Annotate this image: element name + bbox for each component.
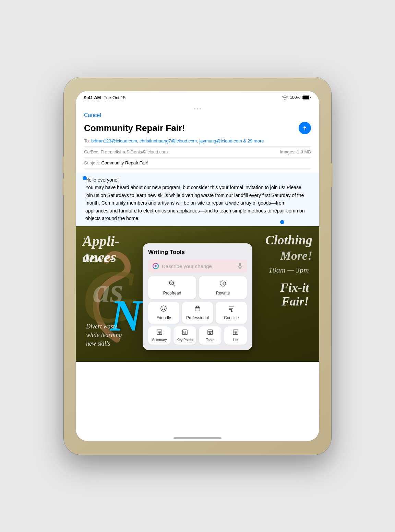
professional-button[interactable]: Professional (182, 302, 213, 324)
subject-label: Subject: (84, 160, 101, 165)
send-button[interactable] (299, 122, 311, 134)
status-time: 9:41 AM (84, 95, 101, 100)
friendly-label: Friendly (156, 315, 171, 320)
wifi-icon (282, 95, 288, 100)
poster-image: Appli-ances Jewe- Clothing More! 10am — … (76, 226, 319, 362)
concise-button[interactable]: Concise (216, 302, 247, 324)
mail-app: Cancel Community Repair Fair! To: britra… (76, 104, 319, 441)
friendly-icon (160, 305, 167, 314)
list-icon (232, 329, 239, 337)
table-label: Table (206, 338, 214, 342)
status-date: Tue Oct 15 (104, 95, 125, 100)
to-row: To: britran123@icloud.com, christinehuan… (84, 138, 311, 147)
svg-rect-13 (195, 308, 200, 311)
selection-handle-right (280, 220, 284, 224)
proofread-label: Proofread (163, 291, 181, 296)
proofread-button[interactable]: Proofread (148, 276, 196, 299)
cancel-button[interactable]: Cancel (84, 112, 311, 118)
svg-point-3 (155, 265, 157, 267)
svg-point-34 (234, 331, 234, 332)
volume-up-button[interactable] (62, 156, 64, 173)
subject-text: Community Repair Fair! (101, 160, 148, 165)
table-button[interactable]: Table (199, 326, 222, 345)
summary-icon (156, 329, 163, 337)
email-body[interactable]: Hello everyone! You may have heard about… (76, 173, 319, 226)
poster-time-text: 10am — 3pm (269, 266, 309, 275)
svg-point-12 (164, 308, 165, 309)
summary-button[interactable]: Summary (148, 326, 171, 345)
selection-handle-left (83, 176, 87, 180)
summary-label: Summary (152, 338, 167, 342)
list-button[interactable]: List (224, 326, 247, 345)
rewrite-label: Rewrite (216, 291, 230, 296)
rewrite-button[interactable]: Rewrite (199, 276, 247, 299)
cc-text: Cc/Bcc, From: (84, 149, 112, 154)
rewrite-icon (219, 280, 227, 289)
subject-row: Subject: Community Repair Fair! (84, 160, 311, 169)
describe-placeholder[interactable]: Describe your change (162, 263, 235, 269)
to-recipients[interactable]: britran123@icloud.com, christinehuang7@i… (91, 138, 264, 143)
poster-divert-text: Divert wastewhile learningnew skills (86, 322, 122, 348)
email-title: Community Repair Fair! (84, 123, 185, 134)
concise-label: Concise (224, 315, 239, 320)
poster-more-text: More! (280, 248, 312, 263)
cc-row: Cc/Bcc, From: elisha.StDenis@icloud.com … (84, 149, 311, 158)
home-indicator[interactable] (173, 437, 222, 439)
describe-input-row[interactable]: Describe your change (148, 259, 247, 273)
poster-bullet: • (83, 235, 86, 243)
volume-down-button[interactable] (62, 178, 64, 196)
battery-percent: 100% (290, 95, 300, 100)
key-points-button[interactable]: Key Points (173, 326, 196, 345)
key-points-icon (182, 329, 188, 337)
proofread-icon (168, 280, 176, 289)
battery-icon (302, 95, 311, 100)
top-dots (76, 104, 319, 112)
ipad-device: 9:41 AM Tue Oct 15 100% (64, 77, 331, 455)
ipad-screen: 9:41 AM Tue Oct 15 100% (76, 91, 319, 441)
tools-row-3: Summary (148, 326, 247, 345)
svg-point-35 (234, 332, 234, 333)
writing-tools-popup: Writing Tools (143, 243, 252, 350)
status-bar: 9:41 AM Tue Oct 15 100% (76, 91, 319, 104)
from-address: elisha.StDenis@icloud.com (113, 149, 168, 154)
tools-row-1: Proofread Rewrite (148, 276, 247, 299)
professional-icon (194, 305, 201, 314)
svg-point-11 (163, 308, 163, 309)
writing-tools-title: Writing Tools (148, 249, 247, 256)
email-header: Cancel Community Repair Fair! To: britra… (76, 112, 319, 173)
power-button[interactable] (331, 163, 333, 187)
concise-icon (228, 305, 235, 314)
svg-rect-1 (303, 96, 309, 99)
svg-rect-4 (239, 263, 241, 266)
svg-point-10 (161, 306, 166, 311)
send-icon (302, 125, 308, 131)
cc-label: Cc/Bcc, From: elisha.StDenis@icloud.com (84, 149, 168, 154)
apple-intelligence-icon (152, 263, 159, 269)
professional-label: Professional (186, 315, 209, 320)
poster-fixit-text: Fix-itFair! (280, 281, 309, 308)
list-label: List (233, 338, 238, 342)
key-points-label: Key Points (177, 338, 193, 342)
friendly-button[interactable]: Friendly (148, 302, 179, 324)
mic-icon[interactable] (237, 263, 243, 269)
svg-line-8 (173, 285, 175, 287)
to-label: To: (84, 138, 91, 143)
email-body-wrapper: Hello everyone! You may have heard about… (76, 173, 319, 226)
tools-row-2: Friendly Professional (148, 302, 247, 324)
images-label: Images: 1.9 MB (280, 149, 311, 154)
table-icon (207, 329, 213, 337)
poster-clothing-text: Clothing (265, 233, 312, 247)
